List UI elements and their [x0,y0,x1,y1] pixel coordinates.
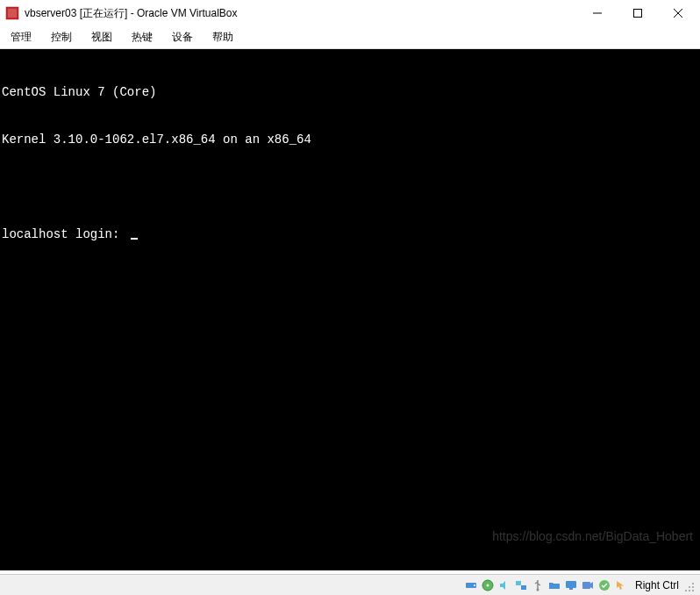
statusbar: Right Ctrl [0,574,700,595]
menu-control[interactable]: 控制 [46,28,77,47]
close-button[interactable] [658,0,698,26]
menu-manage[interactable]: 管理 [5,28,37,47]
menu-hotkeys[interactable]: 热键 [126,28,158,47]
shared-folders-icon[interactable] [547,578,561,592]
svg-point-20 [685,590,687,591]
text-cursor [131,238,138,240]
menu-help[interactable]: 帮助 [207,28,239,47]
svg-rect-10 [516,581,521,585]
svg-rect-3 [634,10,642,18]
recording-icon[interactable] [581,578,595,592]
minimize-button[interactable] [577,0,618,26]
watermark-text: https://blog.csdn.net/BigData_Hobert [492,528,693,544]
hard-disk-icon[interactable] [464,578,478,592]
display-icon[interactable] [564,578,578,592]
console-kernel-line: Kernel 3.10.0-1062.el7.x86_64 on an x86_… [0,132,700,147]
virtualbox-icon [5,6,19,20]
svg-rect-1 [8,9,17,18]
usb-icon[interactable] [531,578,545,592]
console-os-line: CentOS Linux 7 (Core) [0,84,700,100]
status-icons [464,578,628,592]
audio-icon[interactable] [497,578,511,592]
resize-grip-icon[interactable] [684,580,695,591]
host-key-label: Right Ctrl [635,579,679,591]
window-title: vbserver03 [正在运行] - Oracle VM VirtualBox [25,6,577,21]
svg-point-18 [689,586,690,588]
svg-rect-14 [569,588,573,590]
window-controls [577,0,698,26]
guest-additions-icon[interactable] [597,578,611,592]
svg-point-21 [689,590,690,591]
maximize-button[interactable] [618,0,658,26]
menubar: 管理 控制 视图 热键 设备 帮助 [0,26,700,49]
svg-point-19 [692,586,694,588]
console-login-prompt: localhost login: [0,226,700,242]
svg-rect-13 [566,581,576,588]
svg-point-7 [474,584,475,586]
window-titlebar: vbserver03 [正在运行] - Oracle VM VirtualBox [0,0,700,26]
svg-rect-15 [582,582,590,589]
console-blank-line [0,179,700,195]
network-icon[interactable] [514,578,528,592]
menu-devices[interactable]: 设备 [167,28,198,47]
svg-point-12 [536,588,539,591]
svg-point-22 [692,590,694,591]
svg-point-9 [486,584,489,586]
svg-rect-11 [521,585,526,590]
menu-view[interactable]: 视图 [86,28,118,47]
vm-console[interactable]: CentOS Linux 7 (Core) Kernel 3.10.0-1062… [0,49,700,570]
svg-point-17 [692,583,694,584]
mouse-integration-icon[interactable] [614,578,628,592]
optical-disk-icon[interactable] [481,578,495,592]
